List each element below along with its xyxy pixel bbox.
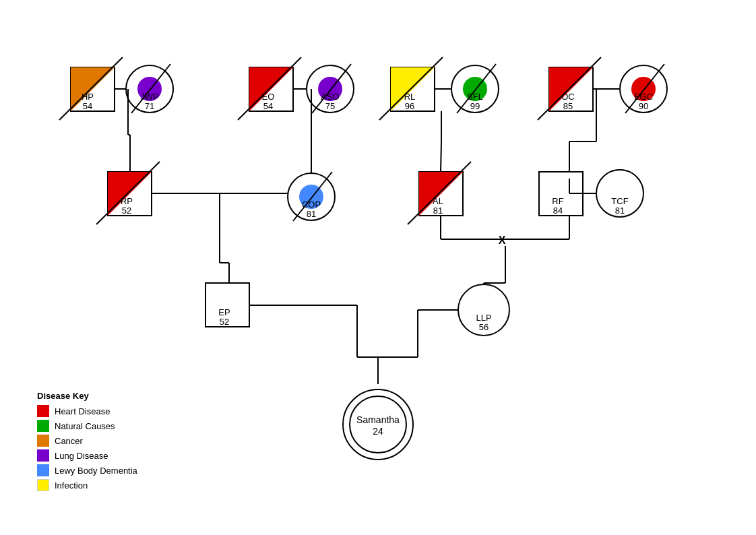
legend-item-infection: Infection (37, 479, 137, 491)
svg-text:71: 71 (145, 101, 154, 111)
member-JWP: JWP 71 (126, 64, 173, 113)
svg-text:75: 75 (325, 101, 335, 111)
member-RP: RP 52 (96, 162, 160, 224)
svg-text:X: X (499, 234, 506, 246)
svg-text:EGC: EGC (634, 92, 653, 102)
member-TCF: TCF 81 (596, 170, 643, 217)
svg-text:JWP: JWP (140, 92, 158, 102)
member-ASO: ASO 75 (307, 64, 354, 113)
svg-text:24: 24 (373, 426, 383, 437)
member-LLP: LLP 56 (458, 284, 509, 336)
member-COP: COP 81 (288, 172, 335, 221)
legend-item-lewy-body-dementia: Lewy Body Dementia (37, 464, 137, 476)
member-EP: EP 52 (206, 283, 249, 327)
svg-text:96: 96 (405, 101, 414, 111)
member-Samantha: Samantha 24 (343, 389, 413, 460)
legend-label-infection: Infection (55, 480, 88, 491)
legend-color-natural-causes (37, 420, 49, 432)
svg-text:54: 54 (263, 101, 273, 111)
svg-text:90: 90 (639, 101, 648, 111)
svg-text:81: 81 (615, 206, 625, 216)
svg-text:99: 99 (470, 101, 480, 111)
svg-text:TCF: TCF (611, 196, 628, 206)
svg-text:COP: COP (302, 199, 321, 210)
svg-text:EO: EO (262, 92, 275, 102)
svg-text:54: 54 (83, 101, 92, 111)
legend-item-natural-causes: Natural Causes (37, 420, 137, 432)
svg-text:RP: RP (121, 196, 133, 206)
svg-text:OC: OC (561, 92, 575, 102)
svg-text:LLP: LLP (476, 313, 491, 323)
svg-text:RF: RF (552, 196, 563, 206)
member-SFL: SFL 99 (451, 64, 499, 113)
member-OC: OC 85 (538, 57, 601, 120)
svg-text:84: 84 (553, 206, 563, 216)
legend-item-cancer: Cancer (37, 435, 137, 447)
member-EGC: EGC 90 (620, 64, 667, 113)
svg-text:52: 52 (122, 206, 131, 216)
legend: Disease Key Heart Disease Natural Causes… (37, 391, 137, 494)
svg-text:EP: EP (218, 307, 230, 317)
member-EO: EO 54 (238, 57, 301, 120)
legend-title: Disease Key (37, 391, 137, 401)
legend-label-heart-disease: Heart Disease (55, 406, 110, 416)
legend-color-heart-disease (37, 405, 49, 417)
legend-color-lung-disease (37, 449, 49, 462)
svg-text:ASO: ASO (321, 92, 339, 102)
legend-label-natural-causes: Natural Causes (55, 421, 115, 431)
member-AL: AL 81 (408, 162, 471, 224)
svg-text:81: 81 (433, 206, 443, 216)
legend-item-heart-disease: Heart Disease (37, 405, 137, 417)
svg-text:52: 52 (220, 317, 229, 327)
legend-color-lewy-body-dementia (37, 464, 49, 476)
svg-text:56: 56 (479, 322, 489, 332)
svg-text:Samantha: Samantha (356, 414, 400, 425)
legend-label-cancer: Cancer (55, 436, 83, 446)
legend-label-lung-disease: Lung Disease (55, 451, 108, 461)
svg-text:85: 85 (563, 101, 573, 111)
legend-color-infection (37, 479, 49, 491)
member-RL: RL 96 (379, 57, 443, 120)
legend-color-cancer (37, 435, 49, 447)
legend-item-lung-disease: Lung Disease (37, 449, 137, 462)
member-HP: HP 54 (59, 57, 123, 120)
svg-line-75 (441, 141, 441, 172)
legend-label-lewy-body-dementia: Lewy Body Dementia (55, 466, 137, 476)
svg-text:81: 81 (307, 209, 316, 219)
